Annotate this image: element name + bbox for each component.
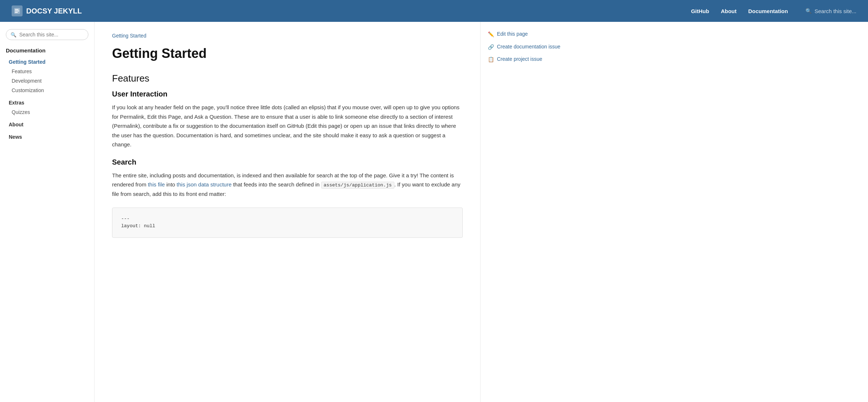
sidebar-search-icon: 🔍 bbox=[11, 32, 16, 38]
about-link[interactable]: About bbox=[721, 8, 736, 14]
edit-page-link[interactable]: ✏️ Edit this page bbox=[488, 31, 568, 38]
left-sidebar: 🔍 Documentation Getting Started Features… bbox=[0, 22, 95, 402]
svg-rect-1 bbox=[15, 9, 19, 10]
github-link[interactable]: GitHub bbox=[691, 8, 709, 14]
right-sidebar: ✏️ Edit this page 🔗 Create documentation… bbox=[480, 22, 575, 402]
topnav-search[interactable]: 🔍 Search this site... bbox=[805, 8, 856, 14]
svg-rect-2 bbox=[15, 11, 19, 11]
subsection-search-heading: Search bbox=[112, 158, 463, 166]
this-file-link[interactable]: this file bbox=[148, 181, 165, 188]
sidebar-item-news[interactable]: News bbox=[6, 132, 88, 142]
page-title: Getting Started bbox=[112, 46, 463, 61]
logo-text: DOCSY JEKYLL bbox=[26, 7, 82, 15]
sidebar-item-development[interactable]: Development bbox=[6, 76, 88, 86]
site-logo[interactable]: DOCSY JEKYLL bbox=[12, 5, 82, 16]
github-circle-icon: 🔗 bbox=[488, 44, 494, 51]
nav-links: GitHub About Documentation 🔍 Search this… bbox=[691, 8, 856, 14]
topnav: DOCSY JEKYLL GitHub About Documentation … bbox=[0, 0, 868, 22]
section-features-heading: Features bbox=[112, 73, 463, 84]
sidebar-search-input[interactable] bbox=[19, 32, 84, 38]
search-placeholder-text: Search this site... bbox=[815, 8, 856, 14]
sidebar-item-features[interactable]: Features bbox=[6, 67, 88, 76]
sidebar-item-quizzes[interactable]: Quizzes bbox=[6, 107, 88, 117]
list-icon: 📋 bbox=[488, 56, 494, 63]
create-doc-issue-label: Create documentation issue bbox=[497, 43, 560, 51]
svg-rect-3 bbox=[15, 12, 18, 13]
edit-icon: ✏️ bbox=[488, 31, 494, 38]
breadcrumb[interactable]: Getting Started bbox=[112, 33, 463, 39]
search-text-middle: into bbox=[165, 181, 177, 188]
documentation-link[interactable]: Documentation bbox=[748, 8, 788, 14]
sidebar-section-title: Documentation bbox=[6, 47, 88, 54]
code-block: --- layout: null bbox=[112, 208, 463, 238]
sidebar-item-extras[interactable]: Extras bbox=[6, 98, 88, 107]
user-interaction-paragraph: If you look at any header field on the p… bbox=[112, 103, 463, 149]
json-data-link[interactable]: this json data structure bbox=[177, 181, 232, 188]
create-doc-issue-link[interactable]: 🔗 Create documentation issue bbox=[488, 43, 568, 51]
search-icon: 🔍 bbox=[805, 8, 812, 14]
code-block-content: --- layout: null bbox=[121, 215, 454, 230]
sidebar-item-about[interactable]: About bbox=[6, 120, 88, 129]
sidebar-item-customization[interactable]: Customization bbox=[6, 86, 88, 95]
main-content: Getting Started Getting Started Features… bbox=[95, 22, 480, 402]
create-project-issue-label: Create project issue bbox=[497, 56, 542, 63]
logo-icon bbox=[12, 5, 23, 16]
page-layout: 🔍 Documentation Getting Started Features… bbox=[0, 22, 868, 402]
code-inline-assets: assets/js/application.js bbox=[321, 182, 394, 189]
search-text-after: that feeds into the search defined in bbox=[232, 181, 321, 188]
subsection-user-interaction-heading: User Interaction bbox=[112, 90, 463, 98]
sidebar-search-box[interactable]: 🔍 bbox=[6, 29, 88, 40]
edit-page-label: Edit this page bbox=[497, 31, 528, 38]
create-project-issue-link[interactable]: 📋 Create project issue bbox=[488, 56, 568, 63]
search-paragraph: The entire site, including posts and doc… bbox=[112, 171, 463, 199]
sidebar-item-getting-started[interactable]: Getting Started bbox=[6, 57, 88, 67]
